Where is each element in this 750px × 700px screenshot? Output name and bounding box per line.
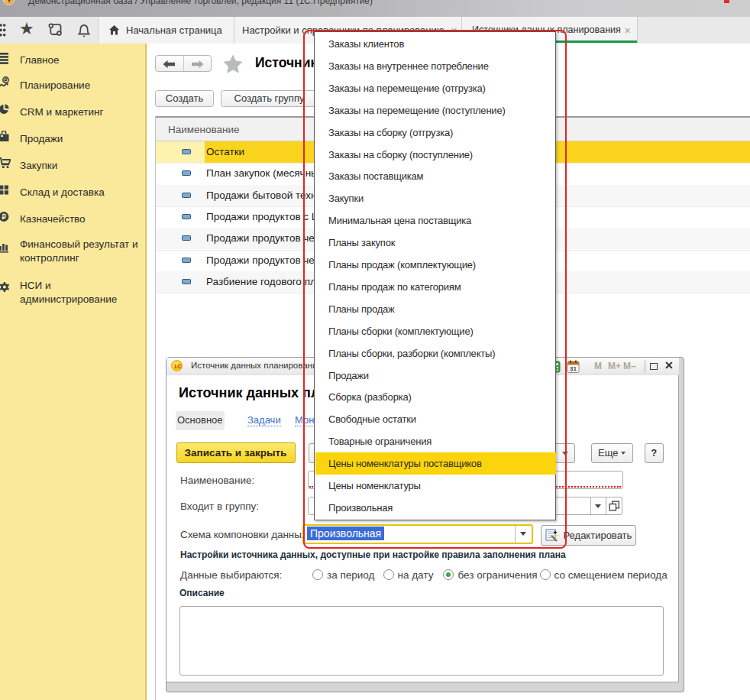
- svg-text:31: 31: [570, 365, 577, 372]
- svg-text:₽: ₽: [2, 213, 6, 221]
- svg-text:₽: ₽: [4, 77, 8, 83]
